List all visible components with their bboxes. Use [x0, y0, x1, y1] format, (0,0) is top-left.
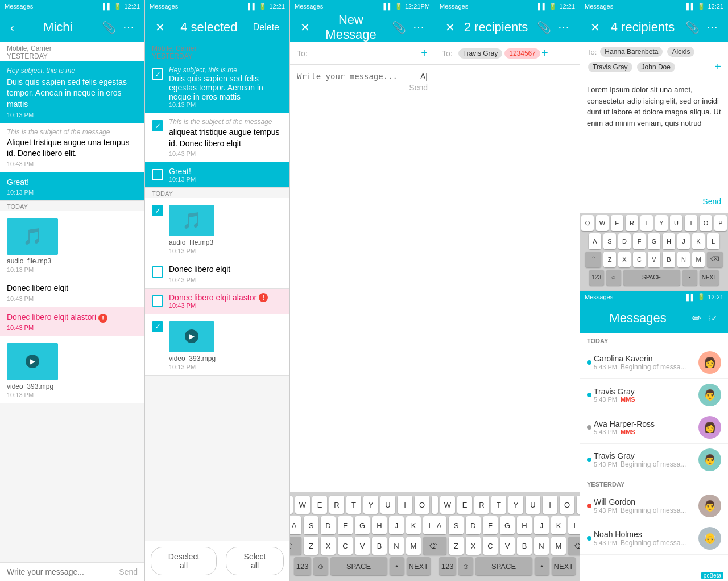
checkbox-5[interactable] [152, 295, 163, 307]
key-A-4[interactable]: A [435, 516, 446, 534]
msgs-item-will[interactable]: Will Gordon 5:43 PM Beginning of messa..… [580, 490, 728, 522]
key-S-5[interactable]: S [603, 233, 616, 249]
key-O-5[interactable]: O [700, 215, 712, 231]
key-S-3[interactable]: S [304, 516, 318, 534]
msgs-item-travis2[interactable]: Travis Gray 5:43 PM Beginning of messa..… [580, 444, 728, 476]
key-K-4[interactable]: K [551, 516, 566, 534]
msg-item-audio-1[interactable]: 🎵 audio_file.mp3 10:13 PM [0, 211, 144, 278]
clip-button-1[interactable]: 📎 [98, 18, 119, 36]
key-M-3[interactable]: M [406, 537, 421, 555]
key-C-5[interactable]: C [633, 252, 646, 267]
key-space-4[interactable]: SPACE [475, 557, 532, 575]
key-space-5[interactable]: SPACE [623, 270, 680, 286]
checkbox-item-video[interactable]: ▶ video_393.mpg 10:13 PM [145, 314, 289, 376]
clip-button-5[interactable]: 📎 [682, 18, 703, 36]
send-button-5[interactable]: Send [702, 197, 721, 206]
key-J-5[interactable]: J [677, 233, 690, 249]
key-I-5[interactable]: I [685, 215, 697, 231]
key-E-4[interactable]: E [457, 496, 472, 514]
plus-button-3[interactable]: + [421, 47, 428, 60]
close-button-2[interactable]: ✕ [152, 18, 168, 36]
select-all-button[interactable]: Select all [226, 547, 284, 575]
key-I-4[interactable]: I [543, 496, 557, 514]
close-button-5[interactable]: ✕ [587, 18, 603, 36]
checkbox-item-4[interactable]: Donec libero elqit 10:43 PM [145, 259, 289, 289]
key-123-3[interactable]: 123 [294, 557, 311, 575]
key-dot-5[interactable]: • [682, 270, 697, 286]
key-Z-3[interactable]: Z [304, 537, 318, 555]
key-Z-4[interactable]: Z [449, 537, 464, 555]
recipient-tag-2[interactable]: 1234567 [504, 48, 540, 59]
msg-item-5[interactable]: Donec libero elqit alastori ! 10:43 PM [0, 307, 144, 336]
key-shift-3[interactable]: ⇧ [290, 537, 301, 555]
key-W-3[interactable]: W [295, 496, 310, 514]
send-button-3[interactable]: Send [409, 83, 428, 92]
key-T-4[interactable]: T [491, 496, 506, 514]
key-V-5[interactable]: V [648, 252, 660, 267]
key-O-3[interactable]: O [415, 496, 429, 514]
key-emoji-5[interactable]: ☺ [606, 270, 621, 286]
key-M-4[interactable]: M [551, 537, 566, 555]
key-H-3[interactable]: H [372, 516, 387, 534]
send-button-1[interactable]: Send [119, 567, 138, 576]
key-V-3[interactable]: V [355, 537, 370, 555]
msg-item-4[interactable]: Donec libero elqit 10:43 PM [0, 278, 144, 307]
key-next-5[interactable]: NEXT [700, 270, 719, 286]
key-Q-5[interactable]: Q [581, 215, 594, 231]
key-I-3[interactable]: I [398, 496, 412, 514]
key-W-5[interactable]: W [596, 215, 609, 231]
rec-tag-hanna[interactable]: Hanna Barenbeta [600, 47, 663, 57]
key-N-5[interactable]: N [677, 252, 690, 267]
key-Q-4[interactable]: Q [435, 496, 438, 514]
key-K-3[interactable]: K [406, 516, 421, 534]
key-U-4[interactable]: U [526, 496, 540, 514]
key-E-5[interactable]: E [611, 215, 623, 231]
edit-button-6[interactable]: ✏ [689, 309, 705, 327]
key-B-3[interactable]: B [372, 537, 387, 555]
key-Z-5[interactable]: Z [603, 252, 616, 267]
close-button-4[interactable]: ✕ [442, 18, 458, 36]
key-V-4[interactable]: V [500, 537, 515, 555]
checkbox-item-2[interactable]: This is the subject of the message aliqu… [145, 113, 289, 162]
more-button-5[interactable]: ⋯ [703, 18, 721, 36]
key-P-5[interactable]: P [714, 215, 727, 231]
key-D-3[interactable]: D [321, 516, 336, 534]
key-next-4[interactable]: NEXT [552, 557, 576, 575]
message-input-1[interactable] [7, 567, 114, 576]
checkbox-3[interactable] [152, 169, 163, 180]
key-G-5[interactable]: G [648, 233, 660, 249]
recipient-tag-1[interactable]: Travis Gray [458, 48, 503, 59]
key-C-4[interactable]: C [483, 537, 498, 555]
key-J-4[interactable]: J [534, 516, 549, 534]
rec-tag-alexis[interactable]: Alexis [667, 47, 694, 57]
key-backspace-5[interactable]: ⌫ [707, 252, 723, 267]
key-O-4[interactable]: O [560, 496, 574, 514]
key-D-5[interactable]: D [618, 233, 631, 249]
rec-tag-travis[interactable]: Travis Gray [588, 62, 632, 72]
key-K-5[interactable]: K [692, 233, 705, 249]
key-B-5[interactable]: B [663, 252, 675, 267]
key-shift-5[interactable]: ⇧ [585, 252, 601, 267]
close-button-3[interactable]: ✕ [297, 18, 313, 36]
checkbox-2[interactable] [152, 120, 163, 131]
key-Y-4[interactable]: Y [508, 496, 523, 514]
more-button-3[interactable]: ⋯ [410, 18, 428, 36]
key-F-4[interactable]: F [483, 516, 498, 534]
key-J-3[interactable]: J [389, 516, 404, 534]
key-G-3[interactable]: G [355, 516, 370, 534]
key-M-5[interactable]: M [692, 252, 705, 267]
checkbox-video[interactable] [152, 321, 163, 332]
key-D-4[interactable]: D [466, 516, 481, 534]
compose-input-3[interactable] [297, 72, 409, 485]
key-U-5[interactable]: U [670, 215, 682, 231]
msgs-item-carolina[interactable]: Carolina Kaverin 5:43 PM Beginning of me… [580, 347, 728, 379]
key-Y-5[interactable]: Y [655, 215, 668, 231]
msg-item-1[interactable]: Hey subject, this is me Duis quis sapien… [0, 61, 144, 123]
key-W-4[interactable]: W [440, 496, 455, 514]
key-123-4[interactable]: 123 [439, 557, 456, 575]
msgs-item-ava[interactable]: Ava Harper-Ross 5:43 PM MMS 👩 [580, 411, 728, 444]
key-G-4[interactable]: G [500, 516, 515, 534]
key-F-5[interactable]: F [633, 233, 646, 249]
checkbox-item-audio[interactable]: 🎵 audio_file.mp3 10:13 PM [145, 198, 289, 259]
more-button-6[interactable]: ⁝✓ [705, 311, 721, 325]
